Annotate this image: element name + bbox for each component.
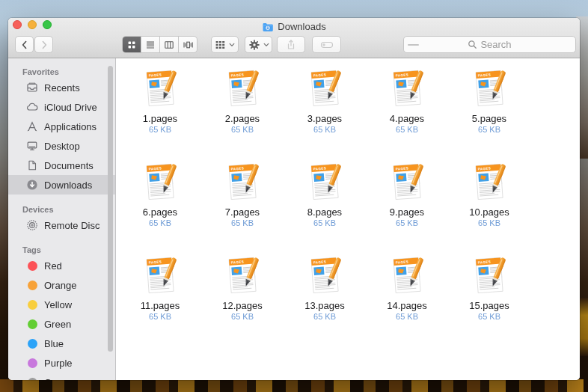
list-view-button[interactable]	[141, 37, 160, 52]
file-15.pages[interactable]: PAGES 15.pages65 KB	[448, 251, 530, 345]
tag-dot	[26, 318, 38, 330]
file-name: 10.pages	[469, 206, 509, 218]
file-size: 65 KB	[478, 312, 500, 321]
file-13.pages[interactable]: PAGES 13.pages65 KB	[284, 251, 366, 345]
grouping-button[interactable]	[211, 36, 239, 53]
sidebar-item-label: Documents	[44, 160, 94, 171]
file-6.pages[interactable]: PAGES 6.pages65 KB	[119, 158, 201, 251]
file-name: 15.pages	[469, 300, 509, 311]
icon-view-button[interactable]	[123, 37, 141, 52]
column-view-button[interactable]	[160, 37, 179, 52]
file-5.pages[interactable]: PAGES 5.pages65 KB	[448, 64, 530, 158]
recents-icon	[26, 82, 38, 94]
sidebar-item-recents[interactable]: Recents	[8, 78, 115, 97]
cover-flow-view-button[interactable]	[179, 37, 197, 52]
file-size: 65 KB	[313, 218, 336, 227]
sidebar-item-blue[interactable]: Blue	[8, 334, 115, 353]
tag-icon	[320, 40, 334, 50]
file-9.pages[interactable]: PAGES 9.pages65 KB	[366, 158, 448, 251]
file-size: 65 KB	[149, 312, 171, 321]
sidebar-item-red[interactable]: Red	[8, 256, 115, 275]
file-size: 65 KB	[396, 125, 418, 134]
chevron-down-icon	[229, 43, 235, 47]
file-size: 65 KB	[478, 125, 500, 134]
search-input[interactable]: Search	[403, 36, 576, 53]
sidebar-item-orange[interactable]: Orange	[8, 275, 115, 295]
sidebar-item-desktop[interactable]: Desktop	[8, 136, 115, 156]
file-2.pages[interactable]: PAGES 2.pages65 KB	[201, 64, 284, 158]
sidebar-item-purple[interactable]: Purple	[8, 353, 115, 373]
sidebar-item-documents[interactable]: Documents	[8, 156, 115, 175]
sidebar-scrollbar[interactable]	[108, 66, 113, 352]
desktop-icon	[26, 140, 38, 152]
file-size: 65 KB	[313, 312, 336, 321]
pages-file-icon: PAGES	[387, 66, 427, 109]
sidebar-item-label: Remote Disc	[44, 220, 99, 231]
back-button[interactable]	[15, 36, 34, 53]
file-grid: PAGES 1.pages65 KB PAGES 2.pages65 KB	[116, 58, 580, 345]
file-4.pages[interactable]: PAGES 4.pages65 KB	[366, 64, 448, 158]
pages-file-icon: PAGES	[387, 159, 427, 203]
file-name: 12.pages	[222, 300, 263, 311]
window-header: Downloads	[8, 18, 580, 58]
file-1.pages[interactable]: PAGES 1.pages65 KB	[119, 64, 201, 158]
file-name: 9.pages	[390, 206, 424, 218]
file-name: 7.pages	[225, 206, 260, 218]
sidebar-item-downloads[interactable]: Downloads	[8, 175, 115, 195]
file-name: 14.pages	[387, 300, 427, 311]
sidebar-item-icloud-drive[interactable]: iCloud Drive	[8, 97, 115, 117]
back-icon	[19, 40, 30, 50]
pages-file-icon: PAGES	[222, 253, 263, 296]
sidebar-item-green[interactable]: Green	[8, 314, 115, 334]
file-size: 65 KB	[149, 218, 171, 227]
file-11.pages[interactable]: PAGES 11.pages65 KB	[119, 251, 201, 345]
sidebar-item-yellow[interactable]: Yellow	[8, 295, 115, 314]
tags-button[interactable]	[312, 36, 341, 53]
file-3.pages[interactable]: PAGES 3.pages65 KB	[284, 64, 366, 158]
chevron-down-icon	[263, 43, 269, 47]
pages-file-icon: PAGES	[140, 253, 180, 296]
file-size: 65 KB	[396, 218, 418, 227]
minimize-button[interactable]	[28, 20, 37, 29]
file-size: 65 KB	[149, 125, 171, 134]
zoom-button[interactable]	[43, 20, 52, 29]
sidebar-item-label: Downloads	[44, 180, 92, 191]
applications-icon	[26, 120, 38, 132]
pages-file-icon: PAGES	[304, 253, 345, 296]
file-14.pages[interactable]: PAGES 14.pages65 KB	[366, 251, 448, 345]
file-8.pages[interactable]: PAGES 8.pages65 KB	[284, 158, 366, 251]
sidebar-item-label: Gray	[44, 377, 65, 381]
tag-dot	[26, 279, 38, 291]
pages-file-icon: PAGES	[222, 66, 263, 109]
tag-dot	[26, 260, 38, 272]
file-browser[interactable]: PAGES 1.pages65 KB PAGES 2.pages65 KB	[116, 58, 580, 380]
sidebar-item-gray[interactable]: Gray	[8, 373, 115, 380]
file-12.pages[interactable]: PAGES 12.pages65 KB	[201, 251, 284, 345]
sidebar-item-remote-disc[interactable]: Remote Disc	[8, 215, 115, 235]
toolbar: Search	[8, 33, 580, 58]
list-view-icon	[145, 40, 156, 50]
pages-file-icon: PAGES	[304, 159, 345, 203]
share-icon	[285, 39, 297, 51]
file-7.pages[interactable]: PAGES 7.pages65 KB	[201, 158, 284, 251]
title-bar[interactable]: Downloads	[8, 18, 580, 33]
sidebar-item-applications[interactable]: Applications	[8, 117, 115, 136]
forward-icon	[39, 40, 49, 50]
close-button[interactable]	[13, 20, 22, 29]
forward-button[interactable]	[34, 36, 53, 53]
pages-file-icon: PAGES	[469, 66, 509, 109]
pages-file-icon: PAGES	[387, 253, 427, 296]
pages-file-icon: PAGES	[469, 159, 509, 203]
view-switcher	[122, 36, 197, 53]
grouping-icon	[215, 40, 226, 50]
file-size: 65 KB	[313, 125, 336, 134]
file-size: 65 KB	[231, 312, 254, 321]
file-10.pages[interactable]: PAGES 10.pages65 KB	[448, 158, 530, 251]
sidebar-item-label: Blue	[44, 338, 64, 349]
file-name: 13.pages	[304, 300, 345, 311]
file-size: 65 KB	[231, 125, 254, 134]
remote-disc-icon	[26, 219, 38, 231]
action-menu-button[interactable]	[245, 36, 272, 53]
pages-file-icon: PAGES	[469, 253, 509, 296]
share-button[interactable]	[277, 36, 305, 53]
